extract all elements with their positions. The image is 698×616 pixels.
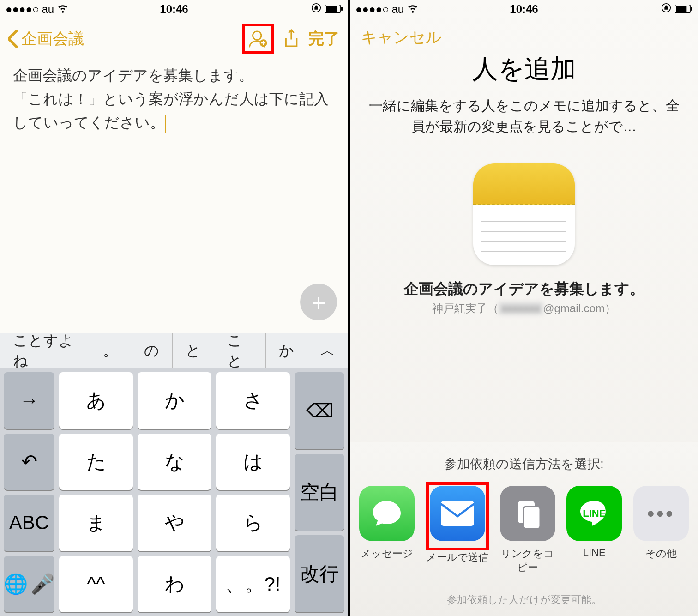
status-bar: ●●●●○ au 10:46 (0, 0, 348, 18)
svg-rect-3 (341, 7, 343, 11)
page-subtitle: 一緒に編集をする人をこのメモに追加すると、全員が最新の変更点を見ることがで… (350, 87, 698, 145)
share-row: メッセージ メールで送信 リンクをコピー LINE (350, 486, 698, 574)
share-mail[interactable]: メールで送信 (426, 486, 489, 574)
share-section: 参加依頼の送信方法を選択: メッセージ メールで送信 (350, 442, 698, 616)
clock: 10:46 (160, 3, 188, 16)
suggestion[interactable]: と (173, 333, 214, 368)
chevron-left-icon (8, 30, 19, 48)
nav-bar: 企画会議 完了 (0, 18, 348, 59)
mail-icon (430, 486, 485, 541)
person-add-icon (247, 28, 269, 50)
key-ta[interactable]: た (59, 434, 133, 490)
svg-rect-10 (441, 501, 474, 526)
more-icon: ••• (633, 486, 689, 541)
note-content[interactable]: 企画会議のアイデアを募集します。 「これは！」という案が浮かんだ人は下に記入して… (0, 59, 348, 139)
wifi-icon (407, 2, 419, 17)
add-person-highlight (242, 24, 274, 54)
key-ya[interactable]: や (138, 495, 211, 551)
share-method-label: 参加依頼の送信方法を選択: (350, 455, 698, 473)
messages-icon (359, 486, 415, 541)
notes-app-icon (473, 163, 575, 265)
add-attachment-button[interactable]: ＋ (300, 284, 337, 320)
text-cursor (165, 115, 166, 133)
share-label-text: その他 (633, 547, 689, 561)
key-wa[interactable]: わ (138, 556, 211, 613)
key-ha[interactable]: は (216, 434, 290, 490)
share-button[interactable] (281, 28, 302, 49)
key-space[interactable]: 空白 (295, 454, 344, 531)
share-line[interactable]: LINE LINE (566, 486, 622, 574)
share-icon (283, 29, 300, 49)
keyboard: ことすよね 。 の と こと か ︿ → ↶ ABC 🌐 🎤 あ た ま (0, 333, 348, 616)
svg-rect-2 (326, 6, 337, 12)
key-na[interactable]: な (138, 434, 211, 490)
svg-point-4 (253, 31, 261, 40)
carrier-label: au (42, 3, 54, 16)
mail-highlight (426, 482, 489, 550)
note-text: 企画会議のアイデアを募集します。 「これは！」という案が浮かんだ人は下に記入して… (13, 67, 329, 131)
chevron-up-icon[interactable]: ︿ (307, 333, 348, 368)
signal-dots-icon: ●●●●○ (355, 3, 389, 16)
suggestion[interactable]: ことすよね (0, 333, 90, 368)
svg-rect-9 (691, 7, 692, 11)
copy-link-icon (500, 486, 555, 541)
owner-email-redacted: xxxxxxx (499, 302, 543, 314)
share-label-text: メッセージ (359, 547, 415, 561)
suggestion[interactable]: か (266, 333, 307, 368)
back-label: 企画会議 (21, 28, 84, 49)
key-ma[interactable]: ま (59, 495, 133, 551)
status-bar: ●●●●○ au 10:46 (350, 0, 698, 18)
share-messages[interactable]: メッセージ (359, 486, 415, 574)
key-sa[interactable]: さ (216, 372, 290, 429)
cancel-button[interactable]: キャンセル (350, 18, 698, 56)
key-backspace[interactable]: ⌫ (295, 372, 344, 449)
suggestion-bar: ことすよね 。 の と こと か ︿ (0, 333, 348, 368)
key-undo[interactable]: ↶ (4, 434, 54, 490)
suggestion[interactable]: こと (214, 333, 266, 368)
share-label-text: LINE (566, 547, 622, 559)
share-label-text: リンクをコピー (500, 547, 556, 574)
key-arrow[interactable]: → (4, 372, 54, 429)
footer-note: 参加依頼した人だけが変更可能。 (350, 593, 698, 607)
key-face[interactable]: ^^ (59, 556, 133, 613)
wifi-icon (57, 2, 69, 17)
battery-icon (675, 3, 692, 16)
key-a[interactable]: あ (59, 372, 133, 429)
mic-icon[interactable]: 🎤 (30, 573, 54, 595)
clock: 10:46 (510, 3, 538, 16)
key-return[interactable]: 改行 (295, 535, 344, 612)
share-label-text: メールで送信 (426, 550, 489, 564)
done-button[interactable]: 完了 (308, 28, 340, 49)
svg-rect-8 (676, 6, 687, 12)
page-title: 人を追加 (350, 52, 698, 87)
suggestion[interactable]: 。 (90, 333, 131, 368)
key-abc[interactable]: ABC (4, 495, 54, 551)
owner-name: 神戸紅実子 (432, 302, 487, 314)
key-ka[interactable]: か (138, 372, 211, 429)
share-copy-link[interactable]: リンクをコピー (500, 486, 556, 574)
key-punct[interactable]: 、。?! (216, 556, 290, 613)
add-people-screen: ●●●●○ au 10:46 キャンセル 人を追加 一緒に編集をする人をこのメモ… (350, 0, 698, 616)
line-icon: LINE (566, 486, 622, 541)
svg-rect-12 (524, 507, 540, 529)
rotation-lock-icon (661, 3, 671, 16)
back-button[interactable]: 企画会議 (8, 28, 84, 49)
share-more[interactable]: ••• その他 (633, 486, 689, 574)
owner-info: 神戸紅実子（xxxxxxx@gmail.com） (350, 301, 698, 316)
battery-icon (325, 3, 343, 16)
add-person-button[interactable] (247, 28, 269, 49)
globe-icon[interactable]: 🌐 (4, 573, 28, 595)
key-ra[interactable]: ら (216, 495, 290, 551)
notes-app-screen: ●●●●○ au 10:46 企画会議 (0, 0, 348, 616)
signal-dots-icon: ●●●●○ (6, 3, 39, 16)
suggestion[interactable]: の (131, 333, 173, 368)
owner-email-suffix: @gmail.com (543, 302, 605, 314)
shared-note-title: 企画会議のアイデアを募集します。 (350, 279, 698, 299)
rotation-lock-icon (311, 3, 321, 16)
carrier-label: au (391, 3, 404, 16)
